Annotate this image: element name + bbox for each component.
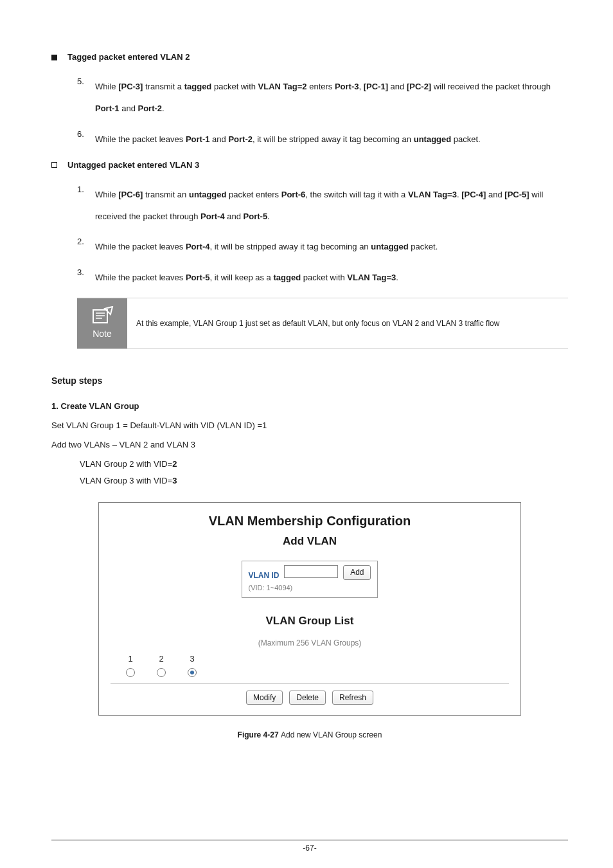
radio-icon[interactable] [157,668,166,677]
list-item: 3. While the packet leaves Port-5, it wi… [77,267,568,289]
note-text: At this example, VLAN Group 1 just set a… [127,312,568,336]
list-item: 5. While [PC-3] transmit a tagged packet… [77,76,568,120]
group-list-note: (Maximum 256 VLAN Groups) [111,638,509,649]
vlan-id-label: VLAN ID [249,571,280,580]
section-a-title: Tagged packet entered VLAN 2 [67,51,190,63]
figure-subtitle-list: VLAN Group List [111,613,509,629]
modify-button[interactable]: Modify [246,691,283,705]
section-a-header: Tagged packet entered VLAN 2 [51,51,568,63]
section-b-list: 1. While [PC-6] transmit an untagged pac… [77,184,568,289]
refresh-button[interactable]: Refresh [332,691,373,705]
setup-title: Setup steps [51,375,568,388]
section-a-list: 5. While [PC-3] transmit a tagged packet… [77,76,568,150]
step-1-sub2: VLAN Group 3 with VID=3 [80,475,568,487]
vlan-config-figure: VLAN Membership Configuration Add VLAN V… [98,502,521,716]
section-b-title: Untagged packet entered VLAN 3 [67,159,199,171]
step-1-label: 1. Create VLAN Group [51,401,568,412]
list-item: 1. While [PC-6] transmit an untagged pac… [77,184,568,228]
svg-rect-0 [93,310,107,323]
vlan-group-row: 1 2 3 [111,653,509,683]
note-badge: Note [77,298,127,348]
vlan-group-2[interactable]: 2 [157,653,166,676]
bullet-square-icon [51,162,57,168]
bullet-square-icon [51,55,57,60]
list-item: 2. While the packet leaves Port-4, it wi… [77,236,568,258]
figure-title: VLAN Membership Configuration [111,512,509,530]
figure-subtitle-add: Add VLAN [111,534,509,549]
page-number: -67- [51,840,568,854]
vlan-id-range: (VID: 1~4094) [249,583,339,593]
note-label: Note [93,328,112,341]
note-box: Note At this example, VLAN Group 1 just … [77,298,568,349]
step-1-sub0: Add two VLANs – VLAN 2 and VLAN 3 [51,439,568,451]
vlan-group-1[interactable]: 1 [126,653,135,676]
add-button[interactable]: Add [343,565,371,580]
section-b-header: Untagged packet entered VLAN 3 [51,159,568,171]
step-1-sub1: VLAN Group 2 with VID=2 [80,458,568,470]
list-item: 6. While the packet leaves Port-1 and Po… [77,129,568,150]
vlan-group-3[interactable]: 3 [188,653,197,676]
figure-caption: Figure 4-27 Add new VLAN Group screen [51,730,568,741]
step-1-desc: Set VLAN Group 1 = Default-VLAN with VID… [51,420,568,431]
radio-icon[interactable] [126,668,135,677]
delete-button[interactable]: Delete [289,691,326,705]
note-icon [91,306,114,325]
vlan-id-input[interactable] [284,565,338,578]
add-vlan-row: VLAN ID (VID: 1~4094) Add [242,561,378,598]
radio-icon[interactable] [188,668,197,677]
